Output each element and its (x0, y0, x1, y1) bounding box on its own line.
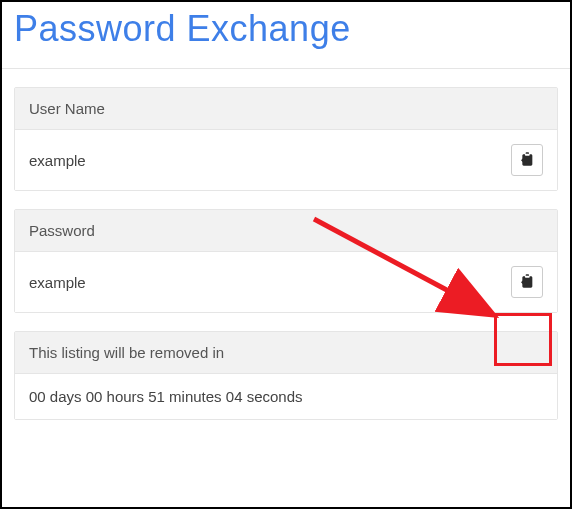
password-value: example (29, 274, 86, 291)
password-section: Password example (14, 209, 558, 313)
username-body: example (15, 130, 557, 190)
clipboard-icon (519, 273, 535, 292)
copy-username-button[interactable] (511, 144, 543, 176)
divider (2, 68, 570, 69)
username-section: User Name example (14, 87, 558, 191)
clipboard-icon (519, 151, 535, 170)
username-value: example (29, 152, 86, 169)
countdown-label: This listing will be removed in (15, 332, 557, 374)
username-label: User Name (15, 88, 557, 130)
page-title: Password Exchange (2, 2, 570, 68)
password-body: example (15, 252, 557, 312)
countdown-section: This listing will be removed in 00 days … (14, 331, 558, 420)
password-label: Password (15, 210, 557, 252)
countdown-value: 00 days 00 hours 51 minutes 04 seconds (15, 374, 557, 419)
copy-password-button[interactable] (511, 266, 543, 298)
